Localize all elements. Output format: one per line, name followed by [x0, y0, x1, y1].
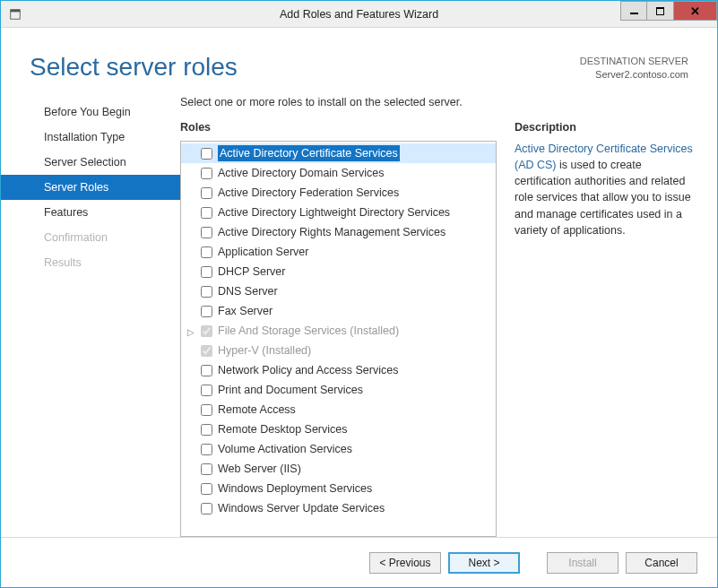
close-button[interactable]: ✕ [674, 1, 717, 21]
sidebar-item-features[interactable]: Features [1, 200, 180, 225]
sidebar-item-server-selection[interactable]: Server Selection [1, 150, 180, 175]
role-row[interactable]: Active Directory Lightweight Directory S… [181, 203, 496, 222]
role-row[interactable]: Volume Activation Services [181, 439, 496, 459]
svg-rect-1 [11, 9, 21, 12]
role-label: Volume Activation Services [218, 441, 352, 457]
install-button[interactable]: Install [547, 552, 619, 574]
role-label: DNS Server [218, 283, 278, 299]
role-checkbox[interactable] [201, 246, 212, 258]
sidebar-item-installation-type[interactable]: Installation Type [1, 125, 180, 150]
roles-listbox[interactable]: Active Directory Certificate ServicesAct… [180, 141, 497, 537]
role-label: Windows Deployment Services [218, 480, 372, 497]
role-checkbox[interactable] [201, 266, 212, 278]
role-row[interactable]: Active Directory Domain Services [181, 163, 496, 183]
destination-value: Server2.contoso.com [580, 68, 688, 82]
role-checkbox[interactable] [201, 168, 212, 179]
role-row[interactable]: Windows Deployment Services [181, 479, 496, 498]
role-label: Remote Desktop Services [218, 421, 348, 437]
main-panel: Select one or more roles to install on t… [180, 92, 699, 537]
next-button[interactable]: Next > [448, 552, 520, 574]
role-row[interactable]: DHCP Server [181, 262, 496, 281]
role-row[interactable]: Windows Server Update Services [181, 498, 496, 518]
role-checkbox[interactable] [201, 385, 212, 396]
role-label: Active Directory Domain Services [218, 165, 384, 181]
role-label: Active Directory Rights Management Servi… [218, 224, 446, 240]
wizard-sidebar: Before You BeginInstallation TypeServer … [1, 92, 180, 537]
role-label: Windows Server Update Services [218, 500, 385, 516]
role-label: Active Directory Certificate Services [218, 145, 400, 161]
role-row: ▷File And Storage Services (Installed) [181, 321, 496, 341]
role-checkbox[interactable] [201, 404, 212, 416]
roles-heading: Roles [180, 121, 497, 134]
role-checkbox[interactable] [201, 148, 212, 160]
app-icon [8, 7, 22, 22]
role-row[interactable]: Web Server (IIS) [181, 459, 496, 479]
role-checkbox[interactable] [201, 227, 212, 238]
maximize-button[interactable] [647, 1, 674, 21]
body: Before You BeginInstallation TypeServer … [1, 92, 717, 537]
role-checkbox[interactable] [201, 503, 212, 514]
destination-label: DESTINATION SERVER [580, 55, 688, 68]
role-checkbox[interactable] [201, 483, 212, 495]
wizard-window: Add Roles and Features Wizard ✕ Select s… [0, 0, 718, 588]
description-text: Active Directory Certificate Services (A… [515, 141, 699, 238]
role-label: Web Server (IIS) [218, 461, 301, 477]
role-checkbox[interactable] [201, 286, 212, 298]
destination-server: DESTINATION SERVER Server2.contoso.com [580, 55, 688, 82]
sidebar-item-before-you-begin[interactable]: Before You Begin [1, 99, 180, 125]
role-row: Hyper-V (Installed) [181, 341, 496, 360]
role-row[interactable]: DNS Server [181, 281, 496, 301]
role-checkbox[interactable] [201, 207, 212, 219]
role-row[interactable]: Active Directory Rights Management Servi… [181, 222, 496, 242]
columns: Roles Active Directory Certificate Servi… [180, 121, 699, 537]
role-label: Active Directory Lightweight Directory S… [218, 204, 450, 220]
titlebar: Add Roles and Features Wizard ✕ [1, 1, 717, 28]
role-label: Network Policy and Access Services [218, 362, 398, 378]
role-row[interactable]: Application Server [181, 242, 496, 262]
role-checkbox[interactable] [201, 365, 212, 376]
role-checkbox [201, 325, 212, 337]
sidebar-item-confirmation: Confirmation [1, 225, 180, 250]
role-row[interactable]: Network Policy and Access Services [181, 360, 496, 380]
expand-icon[interactable]: ▷ [186, 324, 195, 341]
cancel-button[interactable]: Cancel [626, 552, 697, 574]
role-label: DHCP Server [218, 264, 285, 280]
role-checkbox [201, 345, 212, 357]
footer: < Previous Next > Install Cancel [1, 537, 717, 587]
role-checkbox[interactable] [201, 463, 212, 475]
role-row[interactable]: Fax Server [181, 301, 496, 321]
role-row[interactable]: Active Directory Federation Services [181, 183, 496, 203]
role-label: Active Directory Federation Services [218, 185, 399, 201]
window-controls: ✕ [620, 1, 717, 21]
role-row[interactable]: Remote Desktop Services [181, 419, 496, 439]
role-row[interactable]: Remote Access [181, 400, 496, 419]
description-heading: Description [515, 121, 699, 134]
window-title: Add Roles and Features Wizard [280, 8, 438, 21]
role-row[interactable]: Active Directory Certificate Services [181, 143, 496, 163]
role-label: Fax Server [218, 303, 272, 319]
sidebar-item-server-roles[interactable]: Server Roles [1, 175, 180, 200]
role-checkbox[interactable] [201, 424, 212, 436]
minimize-button[interactable] [620, 1, 647, 21]
role-checkbox[interactable] [201, 187, 212, 199]
role-label: Remote Access [218, 402, 296, 418]
page-title: Select server roles [30, 53, 580, 82]
role-row[interactable]: Print and Document Services [181, 380, 496, 400]
role-label: File And Storage Services (Installed) [218, 323, 399, 339]
instruction-text: Select one or more roles to install on t… [180, 96, 699, 108]
role-label: Print and Document Services [218, 382, 363, 398]
roles-column: Roles Active Directory Certificate Servi… [180, 121, 497, 537]
role-label: Application Server [218, 244, 308, 260]
previous-button[interactable]: < Previous [369, 552, 441, 574]
sidebar-item-results: Results [1, 250, 180, 275]
description-column: Description Active Directory Certificate… [515, 121, 699, 537]
role-checkbox[interactable] [201, 444, 212, 455]
header: Select server roles DESTINATION SERVER S… [1, 28, 717, 92]
role-checkbox[interactable] [201, 306, 212, 317]
role-label: Hyper-V (Installed) [218, 342, 311, 359]
